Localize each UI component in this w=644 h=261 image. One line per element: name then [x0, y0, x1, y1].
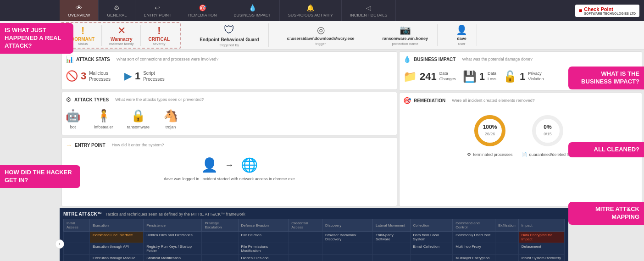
- nav-business-impact[interactable]: 💧 BUSINESS IMPACT: [225, 0, 279, 21]
- infostealer-icon: 🧍: [96, 109, 111, 123]
- mitre-table: Initial Access Execution Persistence Pri…: [63, 219, 565, 261]
- donut-svg-quarantined: 0% 0/15: [529, 112, 566, 149]
- mitre-nav-chevron[interactable]: ‹: [55, 239, 64, 249]
- nav-overview[interactable]: 👁 OVERVIEW: [60, 0, 99, 21]
- callout-real-attack: IS WHAT JUST HAPPENED A REAL ATTACK?: [0, 23, 73, 54]
- files-icon: 📄: [522, 152, 527, 157]
- donut-svg-terminated: 100% 26/26: [472, 112, 508, 149]
- r2-c2: Multi-hop Proxy: [453, 243, 495, 255]
- svg-point-4: [534, 117, 561, 144]
- malicious-icon: 🚫: [66, 70, 78, 82]
- r3-collect: [410, 255, 453, 261]
- attack-types-content: 🤖 bot 🧍 infostealer 🔒 ransomware 🐴 troja…: [66, 107, 393, 131]
- r1-defense: File Deletion: [238, 232, 289, 243]
- callout-business-impact: WHAT IS THE BUSINESS IMPACT?: [568, 67, 644, 89]
- r1-exec: Command Line Interface: [89, 232, 143, 243]
- mitre-row-1: Command Line Interface Hidden Files and …: [64, 232, 565, 243]
- r1-disc: Browser Bookmark Discovery: [322, 232, 373, 243]
- trojan-icon: 🐴: [163, 109, 178, 123]
- svg-text:0%: 0%: [544, 124, 552, 130]
- bot-type: 🤖 bot: [66, 109, 80, 129]
- col-initial-access: Initial Access: [64, 219, 90, 232]
- col-collection: Collection: [410, 219, 453, 232]
- user-avatar: 👤: [201, 157, 218, 173]
- quarantined-files-donut: 0% 0/15 📄 quarantined/deleted files: [522, 112, 574, 157]
- nav-suspicious-activity[interactable]: 🔔 SUSPICIOUS ACTIVITY: [280, 0, 342, 21]
- status-critical: ! CRITICAL severity: [141, 25, 177, 46]
- brand-box: ■ Check Point SOFTWARE TECHNOLOGIES LTD: [575, 5, 639, 17]
- user-node: 👤: [201, 157, 218, 173]
- malicious-processes-stat: 🚫 3 Malicious Processes: [66, 70, 111, 82]
- r3-disc: [322, 255, 373, 261]
- overview-icon: 👁: [76, 4, 82, 11]
- filepath-detail: ◎ c:\users\dave\downloads\wcry.exe trigg…: [278, 24, 364, 46]
- r2-collect: Email Collection: [410, 243, 453, 255]
- ransomware-icon: 🔒: [131, 109, 145, 123]
- user-detail: 👤 dave user: [447, 24, 477, 46]
- entry-icon: ↩: [155, 4, 160, 11]
- svg-text:26/26: 26/26: [485, 132, 495, 136]
- chrome-icon: 🌐: [241, 157, 258, 173]
- r2-impact: Defacement: [518, 243, 564, 255]
- nav-remediation[interactable]: 🎯 REMEDIATION: [180, 0, 226, 21]
- col-persistence: Persistence: [144, 219, 202, 232]
- data-changes-stat: 📁 241 Data Changes: [403, 70, 456, 83]
- mitre-header-row: Initial Access Execution Persistence Pri…: [64, 219, 565, 232]
- r1-lateral: Third-party Software: [373, 232, 410, 243]
- entry-point-icon: →: [66, 141, 72, 149]
- r2-exec: Execution through API: [89, 243, 143, 255]
- script-icon: ▶: [124, 70, 132, 82]
- r1-initial: [64, 232, 90, 243]
- status-group: ! DORMANT status ✕ Wannacry malware fami…: [60, 22, 181, 49]
- terminated-processes-donut: 100% 26/26 ⚙ terminated processes: [467, 112, 512, 157]
- flow-arrow: →: [225, 160, 234, 170]
- user-icon: 👤: [456, 24, 467, 35]
- mitre-row-3: Execution through Module Load Shortcut M…: [64, 255, 565, 261]
- r2-persist: Registry Run Keys / Startup Folder: [144, 243, 202, 255]
- r3-initial: [64, 255, 90, 261]
- r3-lateral: [373, 255, 410, 261]
- col-c2: Command and Control: [453, 219, 495, 232]
- r1-exfil: [495, 232, 518, 243]
- business-impact-icon: 💧: [249, 4, 256, 11]
- processes-icon: ⚙: [467, 152, 471, 157]
- suspicious-icon: 🔔: [306, 4, 314, 11]
- entry-flow: 👤 → 🌐: [201, 157, 258, 173]
- bot-icon: 🤖: [66, 109, 80, 123]
- r2-defense: File Permissions Modification: [238, 243, 289, 255]
- r1-c2: Commonly Used Port: [453, 232, 495, 243]
- data-loss-icon: 💾: [463, 70, 477, 83]
- r1-impact: Data Encrypted for Impact: [518, 232, 564, 243]
- entry-point-header: → ENTRY POINT How did it enter the syste…: [66, 141, 393, 149]
- callout-hacker-entry: HOW DID THE HACKER GET IN?: [0, 165, 80, 188]
- callout-all-cleaned: ALL CLEANED?: [568, 142, 644, 157]
- svg-text:100%: 100%: [483, 124, 497, 130]
- r3-cred: [289, 255, 322, 261]
- r2-cred: [289, 243, 322, 255]
- camera-icon: 📷: [400, 24, 411, 35]
- col-impact: Impact: [518, 219, 564, 232]
- col-execution: Execution: [89, 219, 143, 232]
- target-icon: ◎: [317, 24, 325, 35]
- attack-stats-panel: 📊 ATTACK STATS What sort of connections …: [61, 51, 397, 90]
- r3-priv: [202, 255, 238, 261]
- r3-persist: Shortcut Modification: [144, 255, 202, 261]
- attack-stats-header: 📊 ATTACK STATS What sort of connections …: [66, 56, 393, 63]
- r2-disc: [322, 243, 373, 255]
- r3-defense: Hidden Files and Directories: [238, 255, 289, 261]
- attack-types-panel: ⚙ ATTACK TYPES What were the attacks typ…: [61, 92, 397, 135]
- nav-incident-details[interactable]: ◁ INCIDENT DETAILS: [342, 0, 396, 21]
- privacy-violation-stat: 🔓 1 Privacy Violation: [503, 70, 544, 83]
- attack-stats-content: 🚫 3 Malicious Processes ▶ 1 Script Proce…: [66, 67, 393, 86]
- trojan-type: 🐴 trojan: [163, 109, 178, 129]
- main-panels: 📊 ATTACK STATS What sort of connections …: [60, 50, 644, 208]
- nav-general[interactable]: ⚙ GENERAL: [99, 0, 135, 21]
- nav-entry-point[interactable]: ↩ ENTRY POINT: [135, 0, 180, 21]
- trigger-detail: 🛡 Endpoint Behavioral Guard triggered by: [190, 23, 268, 47]
- data-loss-stat: 💾 1 Data Loss: [463, 70, 496, 83]
- mitre-title-bar: MITRE ATT&CK™ Tactics and techniques see…: [63, 210, 565, 219]
- svg-point-1: [476, 117, 504, 144]
- left-panels: 📊 ATTACK STATS What sort of connections …: [61, 51, 397, 206]
- donut-quarantined: 0% 0/15: [529, 112, 566, 149]
- entry-point-content: 👤 → 🌐 dave was logged in. Incident start…: [66, 152, 393, 186]
